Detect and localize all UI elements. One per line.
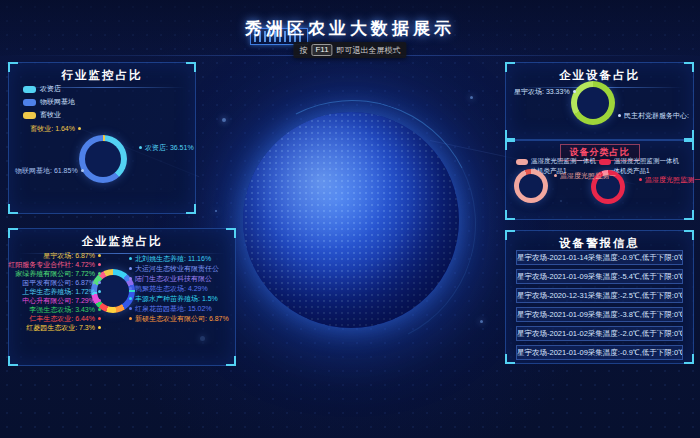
legend-label: 农资店 — [40, 84, 61, 94]
chart-callout: 李强生态农场: 3.43% — [29, 306, 101, 313]
globe — [243, 112, 459, 328]
alarm-row: 星宇农场-2021-01-09采集温度:-3.8℃,低于下限:0℃ — [516, 307, 683, 322]
decoration-dot — [222, 118, 226, 122]
legend-item[interactable]: 畜牧业 — [23, 110, 75, 120]
fullscreen-hint: 按 F11 即可退出全屏模式 — [293, 42, 406, 58]
hint-suffix: 即可退出全屏模式 — [337, 45, 401, 56]
chart-callout: 星宇农场: 33.33% — [514, 88, 576, 96]
legend-swatch — [516, 159, 528, 165]
chart-callout: 红阳服务专业合作社: 4.72% — [8, 261, 101, 268]
chart-callout: 畜牧业: 1.64% — [15, 125, 81, 133]
chart-callout: 温湿度光照监测一 — [639, 176, 700, 184]
enterprise-callouts-left: 星宇农场: 6.87% 红阳服务专业合作社: 4.72% 家绿养殖有限公司: 7… — [9, 252, 101, 331]
panel-title: 企业设备占比 — [506, 63, 693, 83]
legend-swatch — [23, 86, 36, 93]
alarm-row: 星宇农场-2020-12-31采集温度:-2.5℃,低于下限:0℃ — [516, 288, 683, 303]
chart-callout: 上华生态养殖场: 1.72% — [22, 288, 101, 295]
chart-callout: 红泉花苗园基地: 15.02% — [129, 305, 212, 312]
legend-item[interactable]: 温湿度光照监测一体机 — [599, 157, 679, 166]
chart-callout: 北刘姚生态养殖: 11.16% — [129, 255, 211, 262]
panel-title: 设备警报信息 — [506, 231, 693, 251]
chart-callout: 国平发有限公司: 6.87% — [22, 279, 101, 286]
chart-callout: 农资店: 36.51% — [139, 144, 194, 152]
legend-label: 物联网基地 — [40, 97, 75, 107]
legend-item[interactable]: 物联网基地 — [23, 97, 75, 107]
device-classification-panel: 设备分类占比 温湿度光照监测一体机 一体机类产品1 温湿度光照监测一体机 一体机… — [505, 140, 694, 220]
hint-prefix: 按 — [299, 45, 307, 56]
chart-callout: 民主村党群服务中心: — [618, 112, 689, 120]
chart-callout: 仁丰生态农业: 6.44% — [29, 315, 101, 322]
industry-monitor-panel: 行业监控占比 农资店 物联网基地 畜牧业 畜牧业: 1.64% 农资店: 36.… — [8, 62, 196, 214]
chart-callout: 鸭聚苑生态农场: 4.29% — [129, 285, 208, 292]
equipment-donut-chart[interactable] — [571, 81, 615, 125]
chart-callout: 新硕生态农业有限公司: 6.87% — [129, 315, 229, 322]
industry-donut-chart[interactable] — [79, 135, 127, 183]
legend-label: 温湿度光照监测一体机 — [531, 157, 596, 166]
legend-swatch — [23, 112, 36, 119]
industry-legend: 农资店 物联网基地 畜牧业 — [23, 84, 75, 123]
panel-title: 行业监控占比 — [9, 63, 195, 83]
alarm-list: 星宇农场-2021-01-14采集温度:-0.9℃,低于下限:0℃ 星宇农场-2… — [516, 250, 683, 364]
panel-title: 企业监控占比 — [9, 229, 235, 249]
legend-label: 温湿度光照监测一体机 — [614, 157, 679, 166]
legend-item[interactable]: 农资店 — [23, 84, 75, 94]
device-donut-chart-left[interactable] — [514, 169, 548, 203]
chart-callout: 陆门生态农业科技有限公 — [129, 275, 212, 282]
chart-callout: 星宇农场: 6.87% — [43, 252, 101, 259]
legend-swatch — [599, 159, 611, 165]
enterprise-callouts-right: 北刘姚生态养殖: 11.16% 大运河生态牧业有限责任公 陆门生态农业科技有限公… — [129, 255, 229, 322]
legend-label: 畜牧业 — [40, 110, 61, 120]
legend-swatch — [23, 99, 36, 106]
decoration-dot — [215, 210, 217, 212]
alarm-row: 星宇农场-2021-01-09采集温度:-0.9℃,低于下限:0℃ — [516, 345, 683, 360]
legend-item[interactable]: 温湿度光照监测一体机 — [516, 157, 596, 166]
page-title: 秀洲区农业大数据展示 — [0, 17, 700, 40]
chart-callout: 温湿度光照监测一 — [554, 172, 616, 180]
chart-callout: 中心升有限公司: 7.29% — [22, 297, 101, 304]
chart-callout: 红菱园生态农业: 7.3% — [26, 324, 101, 331]
f11-key: F11 — [311, 44, 332, 56]
dashboard: 秀洲区农业大数据展示 按 F11 即可退出全屏模式 行业监控占比 农资店 物联网… — [0, 0, 700, 438]
alarm-row: 星宇农场-2021-01-14采集温度:-0.9℃,低于下限:0℃ — [516, 250, 683, 265]
chart-callout: 丰源水产种苗养殖场: 1.5% — [129, 295, 218, 302]
alarm-row: 星宇农场-2021-01-09采集温度:-5.4℃,低于下限:0℃ — [516, 269, 683, 284]
chart-callout: 大运河生态牧业有限责任公 — [129, 265, 219, 272]
alarm-row: 星宇农场-2021-01-02采集温度:-2.0℃,低于下限:0℃ — [516, 326, 683, 341]
chart-callout: 物联网基地: 61.85% — [15, 167, 71, 175]
enterprise-monitor-panel: 企业监控占比 星宇农场: 6.87% 红阳服务专业合作社: 4.72% 家绿养殖… — [8, 228, 236, 366]
chart-callout: 家绿养殖有限公司: 7.72% — [15, 270, 101, 277]
device-alarm-panel: 设备警报信息 星宇农场-2021-01-14采集温度:-0.9℃,低于下限:0℃… — [505, 230, 694, 364]
decoration-dot — [480, 320, 483, 323]
decoration-dot — [470, 96, 473, 99]
equipment-ratio-panel: 企业设备占比 星宇农场: 33.33% 民主村党群服务中心: — [505, 62, 694, 140]
